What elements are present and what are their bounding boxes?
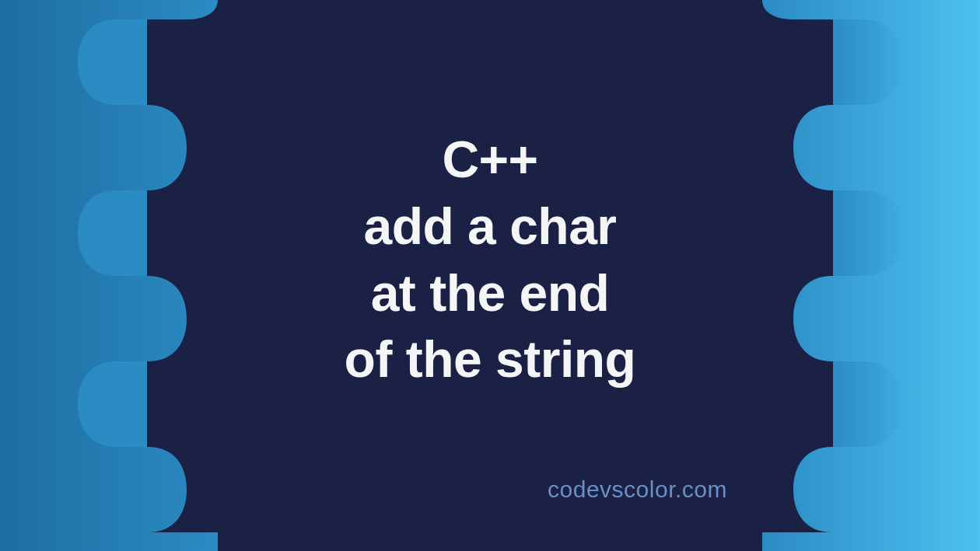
main-content: C++ add a char at the end of the string	[0, 0, 980, 551]
title-line-1: C++	[345, 127, 636, 194]
title-line-3: at the end	[345, 260, 636, 327]
title-block: C++ add a char at the end of the string	[345, 127, 636, 393]
watermark-text: codevscolor.com	[548, 476, 727, 503]
title-line-4: of the string	[345, 326, 636, 393]
title-line-2: add a char	[345, 194, 636, 260]
